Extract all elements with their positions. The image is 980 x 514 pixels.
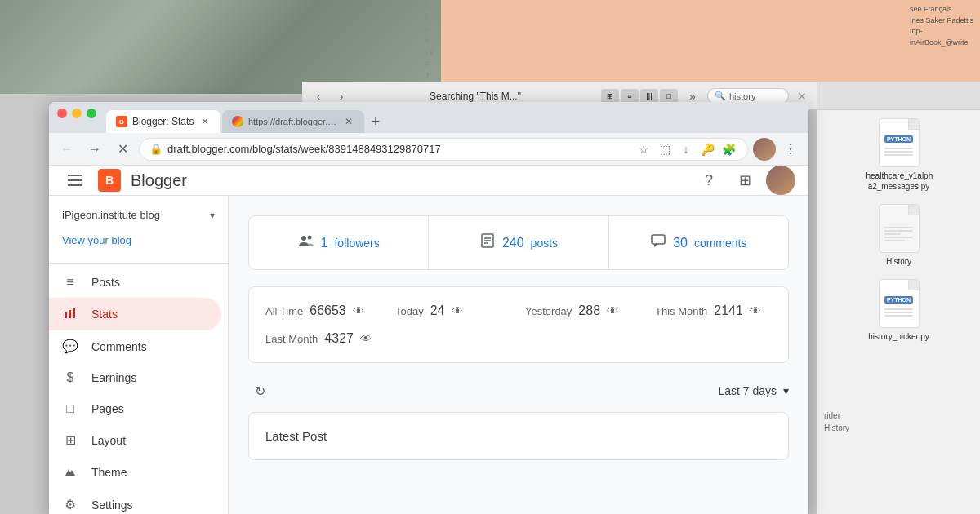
sidebar-item-earnings[interactable]: $ Earnings [49, 362, 221, 393]
sidebar-item-stats[interactable]: Stats [49, 298, 221, 330]
blogger-app-name: Blogger [131, 171, 187, 190]
finder-close-btn[interactable]: ✕ [795, 90, 808, 103]
today-stat: Today 24 👁 [395, 304, 512, 318]
refresh-chart-button[interactable]: ↻ [248, 379, 271, 402]
finder-label-rider: rider [824, 411, 849, 420]
sidebar-label-settings: Settings [91, 498, 133, 512]
today-eye-icon[interactable]: 👁 [452, 304, 463, 317]
tab-blogger-close[interactable]: ✕ [199, 116, 211, 127]
file-icon-python1: PYTHON [879, 118, 920, 167]
peach-background [441, 0, 980, 82]
refresh-button[interactable]: ✕ [111, 138, 134, 161]
address-bar[interactable]: 🔒 draft.blogger.com/blog/stats/week/8391… [139, 138, 748, 161]
this-month-label: This Month [655, 305, 707, 317]
tab-draft-close[interactable]: ✕ [343, 116, 354, 127]
new-tab-button[interactable]: + [364, 110, 387, 133]
finder-grid-view[interactable]: ⊞ [601, 89, 619, 104]
capture-button[interactable]: ⬚ [656, 140, 674, 158]
apps-button[interactable]: ⊞ [730, 166, 760, 195]
period-dropdown-icon: ▾ [783, 384, 789, 397]
sidebar-item-settings[interactable]: ⚙ Settings [49, 489, 221, 514]
finder-window: PYTHON healthcare_v1alpha2_messages.py [817, 82, 980, 514]
svg-point-3 [301, 236, 306, 241]
svg-rect-1 [69, 310, 71, 318]
profile-avatar[interactable] [753, 138, 776, 161]
file-lines1 [884, 146, 913, 157]
yesterday-eye-icon[interactable]: 👁 [607, 304, 618, 317]
tab-blogger-label: Blogger: Stats [132, 116, 194, 127]
blog-selector[interactable]: iPigeon.institute blog ▾ [49, 202, 228, 234]
last-month-value: 4327 [324, 331, 354, 346]
all-time-stat: All Time 66653 👁 [265, 304, 382, 318]
latest-post-title: Latest Post [265, 429, 772, 443]
top-left-overlay: t h b b \V P J [425, 0, 434, 82]
layout-icon: ⊞ [62, 432, 78, 448]
finder-gallery-view[interactable]: □ [660, 89, 678, 104]
more-options-button[interactable]: ⋮ [779, 138, 802, 161]
this-month-value: 2141 [714, 304, 743, 318]
address-bar-icons: ☆ ⬚ ↓ 🔑 🧩 [635, 140, 737, 158]
password-button[interactable]: 🔑 [698, 140, 716, 158]
posts-icon: ≡ [62, 275, 78, 290]
sidebar-item-pages[interactable]: □ Pages [49, 393, 221, 424]
all-time-value: 66653 [310, 304, 346, 318]
posts-label: posts [531, 237, 558, 250]
file-name1: healthcare_v1alpha2_messages.py [866, 171, 932, 192]
forward-button[interactable]: → [83, 138, 106, 161]
tab-draft-label: https://draft.blogger.com/blog... [248, 117, 338, 126]
overlay-line2: Ines Saker Padettis [910, 16, 973, 27]
followers-label: followers [334, 237, 379, 250]
all-time-eye-icon[interactable]: 👁 [353, 304, 364, 317]
last-month-eye-icon[interactable]: 👁 [360, 332, 372, 345]
finder-column-view[interactable]: ||| [640, 89, 658, 104]
sidebar-item-comments[interactable]: 💬 Comments [49, 330, 221, 362]
sidebar-item-layout[interactable]: ⊞ Layout [49, 424, 221, 456]
sidebar-label-posts: Posts [91, 276, 120, 289]
comments-stat[interactable]: 30 comments [609, 216, 788, 269]
blogger-logo: B [98, 169, 121, 192]
yesterday-label: Yesterday [525, 305, 572, 317]
stats-icon [62, 306, 78, 322]
period-selector-button[interactable]: Last 7 days ▾ [718, 384, 789, 397]
posts-stat[interactable]: 240 posts [429, 216, 608, 269]
svg-point-4 [307, 236, 311, 240]
finder-list-view[interactable]: ≡ [621, 89, 639, 104]
this-month-eye-icon[interactable]: 👁 [750, 304, 761, 317]
view-blog-link[interactable]: View your blog [49, 234, 228, 259]
finder-window-toolbar [817, 82, 980, 110]
comments-icon: 💬 [62, 339, 78, 354]
svg-rect-9 [652, 235, 665, 244]
download-button[interactable]: ↓ [677, 140, 695, 158]
back-button[interactable]: ← [56, 138, 78, 161]
sidebar-item-posts[interactable]: ≡ Posts [49, 267, 221, 298]
close-window-dot[interactable] [57, 109, 67, 118]
overlay-line4: inAirBook_@write [910, 38, 973, 49]
file-badge-python1: PYTHON [884, 135, 913, 143]
sidebar-label-theme: Theme [91, 466, 127, 479]
followers-stat[interactable]: 1 followers [249, 216, 429, 269]
maximize-window-dot[interactable] [87, 109, 96, 118]
bookmark-button[interactable]: ☆ [635, 140, 653, 158]
sidebar-label-layout: Layout [91, 434, 126, 447]
blogger-header: B Blogger ? ⊞ [49, 166, 808, 196]
earnings-icon: $ [62, 370, 78, 385]
sidebar-label-earnings: Earnings [91, 371, 136, 384]
tab-blogger-stats[interactable]: B Blogger: Stats ✕ [106, 110, 220, 133]
period-label: Last 7 days [718, 384, 777, 397]
file-lines3 [884, 307, 913, 318]
menu-toggle-button[interactable] [62, 167, 88, 193]
tab-draft-blogger[interactable]: https://draft.blogger.com/blog... ✕ [222, 110, 364, 133]
comments-label: comments [694, 237, 747, 250]
this-month-stat: This Month 2141 👁 [655, 304, 772, 318]
road-background [0, 0, 441, 94]
minimize-window-dot[interactable] [72, 109, 82, 118]
draft-favicon [232, 116, 243, 127]
finder-search-value: history [729, 91, 755, 101]
blogger-body: iPigeon.institute blog ▾ View your blog … [49, 196, 808, 514]
help-button[interactable]: ? [694, 166, 724, 195]
sidebar-item-theme[interactable]: Theme [49, 456, 221, 489]
sidebar-label-stats: Stats [91, 308, 118, 321]
user-avatar[interactable] [766, 166, 795, 195]
blogger-favicon: B [116, 116, 127, 127]
extension-button[interactable]: 🧩 [719, 140, 737, 158]
